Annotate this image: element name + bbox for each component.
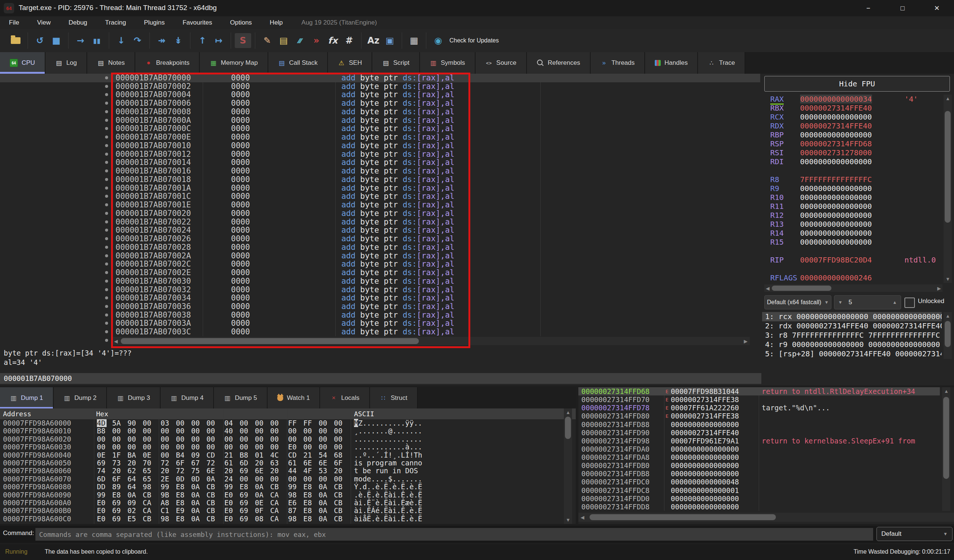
hex-byte[interactable]: 20 bbox=[112, 467, 122, 475]
disasm-row[interactable]: 000001B7AB0700180000add byte ptr ds:[rax… bbox=[0, 175, 760, 184]
hex-byte[interactable]: 00 bbox=[161, 435, 170, 443]
breakpoint-gutter-dot[interactable] bbox=[105, 85, 108, 88]
label-button[interactable]: # bbox=[341, 33, 357, 48]
tab-threads[interactable]: »Threads bbox=[591, 52, 645, 74]
hex-byte[interactable]: 64 bbox=[128, 475, 137, 483]
hex-byte[interactable]: BA bbox=[128, 451, 137, 459]
hex-byte[interactable]: 00 bbox=[128, 443, 137, 451]
register-row[interactable]: R120000000000000000 bbox=[762, 211, 942, 220]
hex-byte[interactable]: CB bbox=[334, 499, 344, 507]
disasm-row[interactable]: 000001B7AB0700080000add byte ptr ds:[rax… bbox=[0, 107, 760, 116]
hex-byte[interactable]: CB bbox=[206, 491, 216, 499]
hex-byte[interactable]: E8 bbox=[176, 483, 186, 491]
stack-row[interactable]: 00000027314FFD80E00000027314FFE38 bbox=[578, 412, 940, 420]
breakpoint-gutter-dot[interactable] bbox=[105, 110, 108, 113]
hex-byte[interactable]: 69 bbox=[112, 499, 122, 507]
registers-h-scrollbar[interactable]: ◀ ▶ bbox=[764, 285, 942, 292]
breakpoint-gutter-dot[interactable] bbox=[105, 102, 108, 105]
hex-byte[interactable]: 00 bbox=[176, 443, 186, 451]
disasm-row[interactable]: 000001B7AB0700060000add byte ptr ds:[rax… bbox=[0, 99, 760, 107]
hex-byte[interactable]: E0 bbox=[224, 491, 234, 499]
hex-byte[interactable]: E8 bbox=[303, 491, 313, 499]
hex-byte[interactable]: 65 bbox=[143, 467, 153, 475]
pause-button[interactable]: ▮▮ bbox=[89, 33, 105, 48]
breakpoint-gutter-dot[interactable] bbox=[105, 195, 108, 198]
hex-byte[interactable]: 21 bbox=[224, 451, 234, 459]
hex-byte[interactable]: 69 bbox=[112, 507, 122, 515]
register-value[interactable]: 0000000000000000 bbox=[800, 157, 872, 166]
tab-watch-1[interactable]: Watch 1 bbox=[268, 387, 321, 409]
hex-byte[interactable]: 98 bbox=[161, 515, 170, 523]
hex-byte[interactable]: 00 bbox=[112, 427, 122, 435]
hex-byte[interactable]: 03 bbox=[161, 419, 170, 427]
hex-byte[interactable]: 01 bbox=[255, 451, 265, 459]
hex-byte[interactable]: 00 bbox=[176, 435, 186, 443]
hex-byte[interactable]: 6F bbox=[176, 459, 186, 467]
hex-byte[interactable]: 00 bbox=[161, 443, 170, 451]
hex-byte[interactable]: CB bbox=[206, 499, 216, 507]
hex-byte[interactable]: E0 bbox=[97, 499, 107, 507]
hex-byte[interactable]: 00 bbox=[303, 427, 313, 435]
breakpoint-gutter-dot[interactable] bbox=[105, 203, 108, 206]
hex-byte[interactable]: 00 bbox=[112, 443, 122, 451]
hex-byte[interactable]: 0A bbox=[255, 491, 265, 499]
hex-dump-row[interactable]: 00007FFD98A600B0E06902CAC1E90ACBE0690FCA… bbox=[0, 507, 563, 515]
breakpoint-gutter-dot[interactable] bbox=[105, 170, 108, 173]
hex-byte[interactable]: E8 bbox=[112, 491, 122, 499]
hex-byte[interactable]: CA bbox=[143, 507, 153, 515]
argument-row[interactable]: 5: [rsp+28] 00000027314FFE40 00000027314… bbox=[762, 349, 942, 359]
hex-byte[interactable]: 00 bbox=[176, 427, 186, 435]
disasm-row[interactable]: 000001B7AB0700140000add byte ptr ds:[rax… bbox=[0, 158, 760, 167]
title-bar[interactable]: 64 Target.exe - PID: 25976 - Thread: Mai… bbox=[0, 0, 954, 16]
hex-byte[interactable]: 00 bbox=[319, 435, 328, 443]
stack-row[interactable]: 00000027314FFD70E00000027314FFE38 bbox=[578, 395, 940, 404]
hex-byte[interactable]: 00 bbox=[255, 475, 265, 483]
hex-byte[interactable]: 00 bbox=[334, 475, 344, 483]
hex-byte[interactable]: 1F bbox=[112, 451, 122, 459]
hex-byte[interactable]: E8 bbox=[240, 483, 249, 491]
hex-byte[interactable]: E8 bbox=[303, 483, 313, 491]
variables-button[interactable]: ▣ bbox=[382, 33, 398, 48]
menu-item-tracing[interactable]: Tracing bbox=[96, 16, 135, 29]
breakpoint-gutter-dot[interactable] bbox=[105, 187, 108, 190]
hex-byte[interactable]: 61 bbox=[288, 459, 298, 467]
hex-byte[interactable]: CB bbox=[206, 483, 216, 491]
hex-byte[interactable]: 00 bbox=[270, 443, 280, 451]
hex-byte[interactable]: 0D bbox=[191, 475, 201, 483]
disasm-h-scrollbar[interactable]: ◀ ▶ bbox=[112, 337, 750, 345]
hex-byte[interactable]: 69 bbox=[112, 515, 122, 523]
stack-row[interactable]: 00000027314FFDD00000000000000000 bbox=[578, 495, 940, 502]
register-row[interactable]: RDI0000000000000000 bbox=[762, 157, 942, 166]
register-value[interactable]: 0000000000000000 bbox=[800, 193, 872, 202]
tab-dump-4[interactable]: ▥Dump 4 bbox=[161, 387, 214, 409]
trace-button[interactable]: S bbox=[235, 33, 251, 48]
close-button[interactable]: ✕ bbox=[924, 0, 950, 16]
disasm-row[interactable]: 000001B7AB07000A0000add byte ptr ds:[rax… bbox=[0, 116, 760, 125]
hex-byte[interactable]: 0D bbox=[176, 475, 186, 483]
hide-fpu-button[interactable]: Hide FPU bbox=[764, 76, 950, 92]
hex-byte[interactable]: CA bbox=[270, 515, 280, 523]
tab-dump-2[interactable]: ▥Dump 2 bbox=[54, 387, 108, 409]
hex-byte[interactable]: 00 bbox=[191, 427, 201, 435]
register-row[interactable]: R140000000000000000 bbox=[762, 229, 942, 238]
hex-byte[interactable]: 00 bbox=[255, 427, 265, 435]
step-out-button[interactable]: ↡ bbox=[170, 33, 186, 48]
hex-byte[interactable]: E8 bbox=[303, 499, 313, 507]
hex-byte[interactable]: 09 bbox=[191, 451, 201, 459]
hex-byte[interactable]: 6E bbox=[206, 467, 216, 475]
tab-references[interactable]: References bbox=[527, 52, 591, 74]
hex-dump-row[interactable]: 00007FFD98A600C0E069E5CB98E80ACBE06908CA… bbox=[0, 515, 563, 523]
register-value[interactable]: 0000000000000000 bbox=[800, 202, 872, 211]
hex-byte[interactable]: 0F bbox=[255, 507, 265, 515]
register-value[interactable]: 0000000000000000 bbox=[800, 130, 872, 139]
hex-byte[interactable]: 89 bbox=[112, 483, 122, 491]
hex-byte[interactable]: 63 bbox=[270, 459, 280, 467]
hex-byte[interactable]: 0A bbox=[191, 507, 201, 515]
tab-symbols[interactable]: ▥Symbols bbox=[420, 52, 475, 74]
stack-row[interactable]: 00000027314FFD68E00007FFD98B31044return … bbox=[578, 387, 940, 395]
hex-byte[interactable]: 0A bbox=[319, 507, 328, 515]
maximize-button[interactable]: □ bbox=[890, 0, 916, 16]
hex-byte[interactable]: 00 bbox=[240, 475, 249, 483]
disasm-row[interactable]: 000001B7AB0700020000add byte ptr ds:[rax… bbox=[0, 82, 760, 91]
hex-byte[interactable]: 68 bbox=[334, 451, 344, 459]
